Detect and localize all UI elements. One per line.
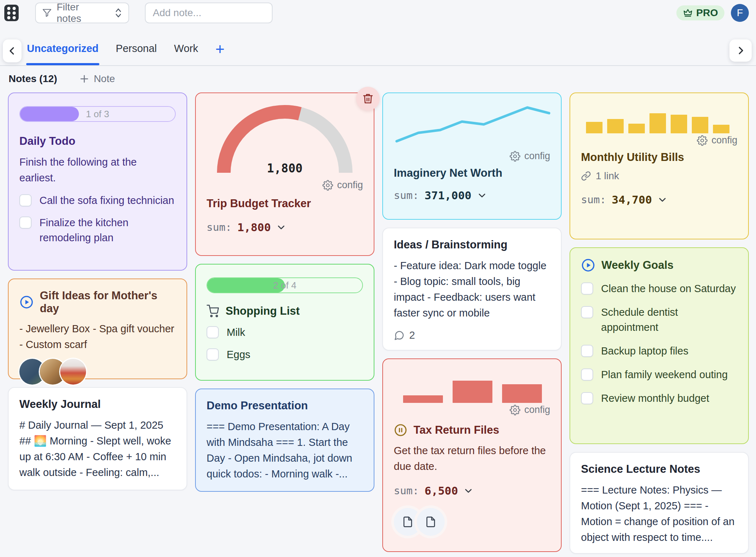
note-card-shopping-list[interactable]: 2 of 4 Shopping List MilkEggs	[195, 264, 374, 381]
add-note-button[interactable]: Note	[79, 73, 115, 85]
note-card-daily-todo[interactable]: 1 of 3 Daily Todo Finish the following a…	[8, 92, 187, 271]
todo-item: Review monthly budget	[581, 391, 737, 406]
add-note-input[interactable]	[153, 7, 265, 19]
card-title: Weekly Journal	[19, 398, 176, 411]
card-body: # Daily Journal — Sept 1, 2025 ## 🌅 Morn…	[19, 417, 176, 480]
todo-item: Backup laptop files	[581, 343, 737, 358]
scroll-tabs-right-button[interactable]	[729, 39, 752, 62]
sum-row[interactable]: sum: 371,000	[394, 189, 550, 202]
sum-value: 371,000	[425, 189, 472, 202]
card-title: Tax Return Files	[414, 424, 499, 437]
play-circle-icon[interactable]	[19, 295, 34, 309]
config-button[interactable]: config	[581, 135, 737, 146]
todo-item: Finalize the kitchen remodeling plan	[19, 215, 176, 245]
config-button[interactable]: config	[394, 404, 550, 415]
tab-personal[interactable]: Personal	[116, 43, 157, 65]
note-card-science-notes[interactable]: Science Lecture Notes === Lecture Notes:…	[570, 452, 749, 554]
add-tab-button[interactable]: +	[215, 40, 225, 65]
todo-list: Clean the house on SaturdaySchedule dent…	[581, 281, 737, 406]
comments-count: 2	[409, 329, 415, 341]
select-chevrons-icon	[114, 8, 123, 18]
todo-item: Schedule dentist appointment	[581, 305, 737, 335]
pro-badge[interactable]: PRO	[676, 5, 724, 20]
progress-label: 1 of 3	[20, 107, 175, 121]
sum-value: 6,500	[425, 484, 458, 497]
masonry-column: 1,800 config Trip Budget Tracker sum: 1,…	[195, 92, 374, 554]
sum-row[interactable]: sum: 1,800	[207, 221, 363, 234]
note-card-gift-ideas[interactable]: Gift Ideas for Mother's day - Jewellery …	[8, 278, 187, 379]
scroll-tabs-left-button[interactable]	[3, 39, 22, 62]
attachment-thumbnail[interactable]	[60, 359, 86, 385]
todo-label: Backup laptop files	[601, 343, 688, 358]
avatar[interactable]: F	[731, 4, 749, 22]
file-icon	[425, 516, 436, 528]
note-card-weekly-goals[interactable]: Weekly Goals Clean the house on Saturday…	[570, 247, 749, 444]
todo-label: Review monthly budget	[601, 391, 709, 406]
cart-icon	[207, 305, 219, 318]
checkbox[interactable]	[581, 306, 593, 318]
tab-uncategorized[interactable]: Uncategorized	[27, 43, 99, 65]
note-card-weekly-journal[interactable]: Weekly Journal # Daily Journal — Sept 1,…	[8, 387, 187, 490]
note-card-demo-presentation[interactable]: Demo Presentation === Demo Presentation:…	[195, 389, 374, 492]
app-grid-icon[interactable]	[4, 5, 19, 21]
checkbox[interactable]	[207, 348, 219, 361]
play-circle-icon[interactable]	[581, 258, 595, 272]
note-card-tax-return[interactable]: config Tax Return Files Get the tax retu…	[382, 358, 562, 552]
pause-circle-icon[interactable]	[394, 423, 407, 437]
sum-row[interactable]: sum: 6,500	[394, 484, 550, 497]
tab-work[interactable]: Work	[174, 43, 198, 65]
attachment-thumbnails	[19, 359, 176, 385]
pro-label: PRO	[696, 7, 718, 19]
delete-note-button[interactable]	[356, 87, 380, 110]
todo-label: Milk	[227, 325, 245, 340]
masonry-column: 1 of 3 Daily Todo Finish the following a…	[8, 92, 187, 554]
checkbox[interactable]	[581, 368, 593, 381]
sum-label: sum:	[394, 485, 419, 497]
bar	[671, 115, 687, 133]
chevron-down-icon	[658, 195, 667, 204]
notes-count: Notes (12)	[9, 73, 57, 85]
card-title: Imaginery Net Worth	[394, 167, 550, 180]
checkbox[interactable]	[207, 326, 219, 338]
funnel-icon	[42, 8, 52, 18]
checkbox[interactable]	[581, 392, 593, 404]
note-card-utility-bills[interactable]: config Monthly Utility Bills 1 link sum:…	[570, 92, 749, 239]
card-title: Trip Budget Tracker	[207, 197, 363, 210]
checkbox[interactable]	[581, 282, 593, 295]
checkbox[interactable]	[581, 345, 593, 357]
comments-indicator: 2	[394, 329, 550, 341]
note-card-trip-budget[interactable]: 1,800 config Trip Budget Tracker sum: 1,…	[195, 92, 374, 256]
plus-icon	[79, 74, 89, 84]
todo-label: Eggs	[227, 347, 250, 362]
sum-value: 34,700	[612, 193, 652, 206]
bar	[586, 122, 603, 133]
file-attachment-chip[interactable]	[417, 508, 445, 536]
file-attachments	[394, 508, 550, 536]
notes-header: Notes (12) Note	[9, 73, 756, 85]
tabs-strip: UncategorizedPersonalWork	[27, 43, 215, 65]
links-indicator[interactable]: 1 link	[581, 170, 737, 182]
note-card-net-worth[interactable]: config Imaginery Net Worth sum: 371,000	[382, 92, 562, 220]
gear-icon	[510, 405, 520, 415]
config-button[interactable]: config	[207, 180, 363, 191]
trash-icon	[362, 92, 374, 105]
sum-row[interactable]: sum: 34,700	[581, 193, 737, 206]
add-note-button-label: Note	[94, 73, 115, 85]
card-body: Get the tax return files before the due …	[394, 443, 550, 474]
chevron-left-icon	[8, 46, 17, 56]
checkbox[interactable]	[19, 194, 32, 206]
line-chart	[394, 103, 553, 149]
bar	[403, 395, 443, 403]
todo-label: Schedule dentist appointment	[601, 305, 737, 335]
todo-item: Clean the house on Saturday	[581, 281, 737, 296]
note-card-ideas[interactable]: Ideas / Brainstorming - Feature idea: Da…	[382, 228, 562, 351]
card-title: Daily Todo	[19, 135, 176, 148]
bar	[692, 117, 708, 133]
todo-label: Finalize the kitchen remodeling plan	[39, 215, 176, 245]
bar	[607, 119, 624, 133]
todo-list: Call the sofa fixing technicianFinalize …	[19, 193, 176, 245]
config-button[interactable]: config	[394, 151, 550, 162]
filter-notes-select[interactable]: Filter notes	[35, 3, 129, 23]
crown-icon	[683, 8, 693, 18]
checkbox[interactable]	[19, 216, 32, 229]
